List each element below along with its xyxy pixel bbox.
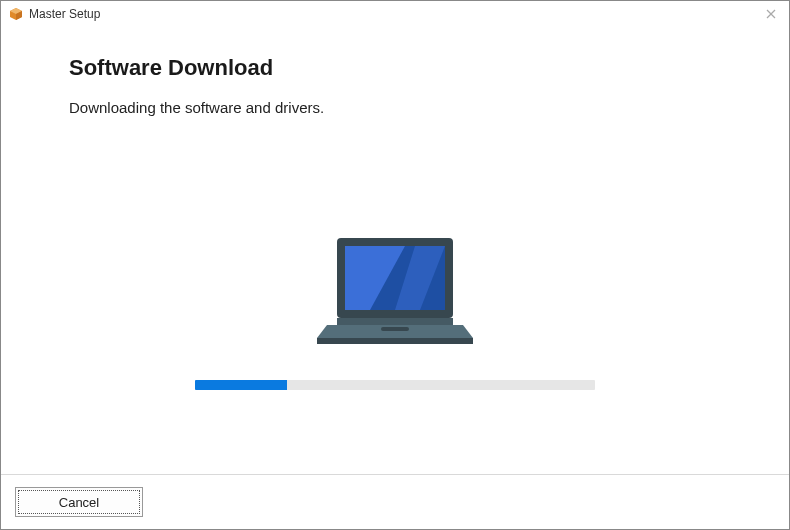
window-title: Master Setup <box>29 7 100 21</box>
footer-bar: Cancel <box>1 474 789 529</box>
close-button[interactable] <box>761 4 781 24</box>
laptop-illustration <box>69 236 721 350</box>
svg-rect-9 <box>337 318 453 325</box>
progress-bar <box>195 380 595 390</box>
svg-marker-10 <box>317 325 473 338</box>
page-title: Software Download <box>69 55 721 81</box>
content-area: Software Download Downloading the softwa… <box>1 27 789 474</box>
svg-rect-11 <box>317 338 473 344</box>
svg-rect-12 <box>381 327 409 331</box>
laptop-icon <box>315 236 475 350</box>
package-icon <box>9 7 23 21</box>
page-subtext: Downloading the software and drivers. <box>69 99 721 116</box>
progress-container <box>69 380 721 390</box>
titlebar-left: Master Setup <box>9 7 100 21</box>
cancel-button[interactable]: Cancel <box>15 487 143 517</box>
progress-fill <box>195 380 287 390</box>
close-icon <box>766 6 776 22</box>
installer-window: Master Setup Software Download Downloadi… <box>0 0 790 530</box>
titlebar: Master Setup <box>1 1 789 27</box>
